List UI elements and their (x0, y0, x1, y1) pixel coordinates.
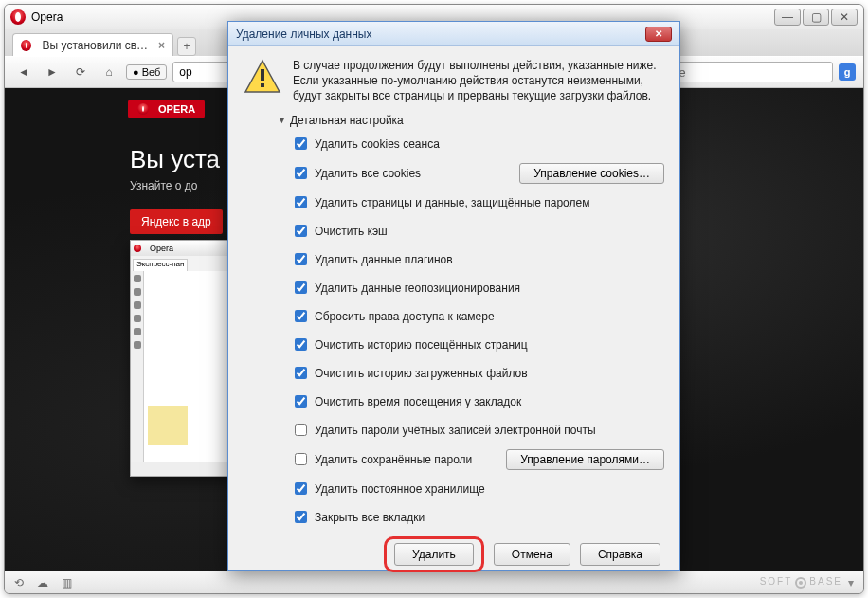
page-headline: Вы уста (130, 145, 220, 174)
maximize-button[interactable]: ▢ (803, 9, 829, 26)
option-row: Очистить кэш (295, 222, 664, 241)
tab-close-icon[interactable]: × (158, 39, 165, 52)
opera-logo-icon (134, 245, 141, 252)
google-app-icon[interactable] (839, 63, 856, 81)
option-row: Удалить страницы и данные, защищённые па… (295, 193, 664, 212)
dialog-close-button[interactable]: ✕ (645, 27, 672, 42)
option-label: Удалить сохранённые пароли (315, 453, 472, 466)
option-checkbox[interactable] (295, 453, 307, 465)
option-label: Очистить историю посещённых страниц (315, 338, 528, 352)
new-tab-button[interactable]: + (177, 37, 196, 56)
option-label: Удалить данные плагинов (315, 253, 453, 266)
preview-statusbar (131, 462, 233, 476)
page-subhead: Узнайте о до (130, 179, 198, 192)
preview-window: Opera Экспресс-пан (130, 240, 234, 477)
minimize-button[interactable]: — (774, 9, 801, 26)
option-checkbox[interactable] (295, 225, 307, 237)
detail-toggle[interactable]: ▼ Детальная настройка (278, 114, 664, 127)
option-checkbox[interactable] (295, 310, 307, 322)
option-label: Удалить все cookies (315, 167, 421, 180)
option-checkbox[interactable] (295, 482, 307, 495)
option-label: Закрыть все вкладки (315, 511, 425, 524)
option-checkbox[interactable] (295, 395, 307, 408)
manage-cookies-button[interactable]: Управление cookies… (519, 163, 664, 184)
manage-passwords-button[interactable]: Управление паролями… (506, 449, 664, 470)
dialog-warning-text: В случае продолжения будут выполнены дей… (293, 58, 664, 104)
option-label: Удалить страницы и данные, защищённые па… (315, 196, 589, 209)
zoom-icon[interactable]: ▾ (848, 576, 854, 589)
option-row: Сбросить права доступа к камере (295, 307, 664, 326)
forward-button[interactable]: ► (41, 61, 63, 83)
option-checkbox[interactable] (295, 196, 307, 208)
reload-button[interactable]: ⟳ (69, 61, 92, 83)
option-row: Очистить историю посещённых страниц (295, 335, 664, 354)
dialog-title: Удаление личных данных (236, 27, 371, 41)
option-checkbox[interactable] (295, 253, 307, 265)
delete-button[interactable]: Удалить (394, 543, 474, 566)
svg-rect-2 (261, 83, 264, 87)
highlight-ring: Удалить (384, 536, 484, 572)
option-label: Сбросить права доступа к камере (315, 310, 495, 323)
delete-private-data-dialog: Удаление личных данных ✕ В случае продол… (227, 21, 680, 571)
yandex-button[interactable]: Яндекс в адр (130, 209, 223, 234)
option-label: Удалить пароли учётных записей электронн… (315, 424, 596, 437)
preview-note (148, 406, 188, 445)
tab-active[interactable]: Вы установили свежу… × (12, 33, 173, 56)
home-button[interactable]: ⌂ (98, 61, 120, 83)
option-row: Удалить постоянное хранилище (295, 480, 664, 498)
address-badge[interactable]: ● Веб (126, 64, 167, 80)
option-checkbox[interactable] (295, 137, 307, 150)
option-checkbox[interactable] (295, 367, 307, 379)
option-checkbox[interactable] (295, 281, 307, 294)
opera-logo-icon (137, 103, 149, 115)
chevron-down-icon: ▼ (278, 116, 286, 125)
watermark-o-icon (795, 577, 806, 589)
option-row: Закрыть все вкладки (295, 508, 664, 527)
option-row: Очистить время посещения у закладок (295, 392, 664, 411)
option-row: Удалить пароли учётных записей электронн… (295, 421, 664, 440)
preview-body (144, 271, 233, 462)
cloud-icon[interactable]: ☁ (37, 576, 48, 589)
option-row: Удалить данные плагинов (295, 250, 664, 269)
cancel-button[interactable]: Отмена (494, 543, 570, 566)
search-input[interactable] (662, 62, 833, 82)
option-checkbox[interactable] (295, 511, 307, 523)
back-button[interactable]: ◄ (12, 61, 35, 83)
option-label: Очистить кэш (315, 225, 388, 238)
opera-logo-icon (21, 40, 31, 51)
watermark: SOFTBASE (760, 576, 842, 588)
option-label: Удалить cookies сеанса (315, 137, 440, 151)
option-label: Очистить время посещения у закладок (315, 395, 521, 408)
option-label: Удалить постоянное хранилище (315, 482, 485, 496)
dialog-titlebar: Удаление личных данных ✕ (228, 22, 679, 46)
option-row: Удалить все cookiesУправление cookies… (295, 163, 664, 184)
panel-icon[interactable]: ▥ (62, 576, 72, 589)
svg-rect-1 (261, 69, 264, 81)
preview-titlebar: Opera (131, 241, 233, 256)
preview-sidebar (131, 271, 144, 462)
options-list: Удалить cookies сеансаУдалить все cookie… (295, 135, 664, 527)
preview-tab: Экспресс-пан (133, 259, 188, 272)
option-row: Очистить историю загруженных файлов (295, 364, 664, 383)
option-checkbox[interactable] (295, 424, 307, 436)
option-label: Очистить историю загруженных файлов (315, 367, 528, 380)
window-title: Opera (31, 10, 63, 24)
option-label: Удалить данные геопозиционирования (315, 281, 520, 295)
help-button[interactable]: Справка (580, 543, 660, 566)
option-row: Удалить cookies сеанса (295, 135, 664, 154)
option-checkbox[interactable] (295, 338, 307, 351)
option-checkbox[interactable] (295, 167, 307, 179)
sync-icon[interactable]: ⟲ (14, 576, 24, 589)
option-row: Удалить данные геопозиционирования (295, 279, 664, 298)
window-close-button[interactable]: ✕ (831, 9, 858, 26)
dialog-button-row: Удалить Отмена Справка (244, 536, 664, 572)
opera-brand-badge: OPERA (128, 100, 205, 118)
tab-title: Вы установили свежу… (43, 39, 153, 52)
option-row: Удалить сохранённые паролиУправление пар… (295, 449, 664, 470)
warning-icon (244, 58, 281, 96)
opera-logo-icon (10, 9, 26, 25)
